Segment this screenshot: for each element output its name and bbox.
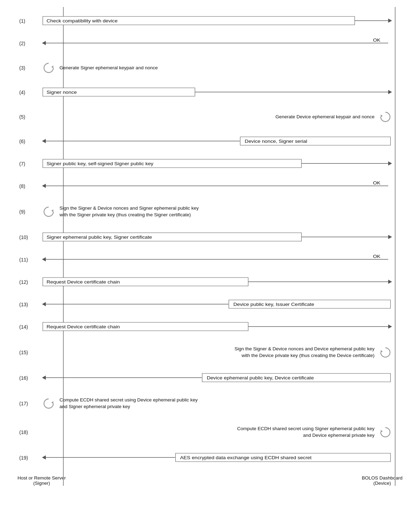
svg-text:Signer nonce: Signer nonce bbox=[47, 89, 77, 94]
arrow-svg-13: Device public key, Issuer Certificate bbox=[42, 298, 392, 310]
svg-marker-12 bbox=[381, 114, 383, 117]
svg-text:Signer public key, self-signed: Signer public key, self-signed Signer pu… bbox=[47, 161, 154, 166]
svg-text:Signer ephemeral public key, S: Signer ephemeral public key, Signer cert… bbox=[47, 234, 152, 239]
row-content-5: Generate Device ephemeral keypair and no… bbox=[38, 107, 402, 126]
rotate-icon-5 bbox=[379, 110, 392, 124]
row-num-7: (7) bbox=[18, 161, 38, 167]
footer-left-line1: Host or Remote Server bbox=[18, 475, 66, 481]
row-num-9: (9) bbox=[18, 209, 38, 215]
self-action-17: Compute ECDH shared secret using Device … bbox=[42, 396, 392, 412]
svg-marker-7 bbox=[51, 65, 54, 68]
svg-text:Device ephemeral public key, D: Device ephemeral public key, Device cert… bbox=[207, 375, 314, 380]
row-content-15: Sign the Signer & Device nonces and Devi… bbox=[38, 343, 402, 362]
svg-text:OK: OK bbox=[373, 253, 381, 259]
svg-marker-37 bbox=[42, 302, 46, 306]
row-content-14: Request Device certificate chain bbox=[38, 319, 402, 335]
self-action-15: Sign the Signer & Device nonces and Devi… bbox=[42, 344, 392, 360]
row-content-10: Signer ephemeral public key, Signer cert… bbox=[38, 229, 402, 246]
row-content-1: Check compatibility with device bbox=[38, 13, 402, 29]
svg-text:Request Device certificate cha: Request Device certificate chain bbox=[47, 324, 120, 329]
svg-text:Check compatibility with devic: Check compatibility with device bbox=[47, 18, 118, 23]
arrow-svg-12: Request Device certificate chain bbox=[42, 275, 392, 288]
row-4: (4) Signer nonce bbox=[18, 82, 402, 103]
row-content-16: Device ephemeral public key, Device cert… bbox=[38, 370, 402, 386]
row-content-18: Compute ECDH shared secret using Signer … bbox=[38, 423, 402, 442]
row-3: (3) Generate Signer ephemeral keypair an… bbox=[18, 55, 402, 80]
rotate-icon-18 bbox=[379, 426, 392, 439]
svg-text:OK: OK bbox=[373, 180, 381, 185]
row-9: (9) Sign the Signer & Device nonces and … bbox=[18, 198, 402, 225]
row-num-13: (13) bbox=[18, 302, 38, 307]
self-action-9: Sign the Signer & Device nonces and Sign… bbox=[42, 204, 392, 220]
footer-left: Host or Remote Server (Signer) bbox=[18, 475, 66, 486]
row-content-19: AES encrypted data exchange using ECDH s… bbox=[38, 450, 402, 466]
svg-marker-24 bbox=[51, 209, 54, 212]
row-content-4: Signer nonce bbox=[38, 84, 402, 101]
svg-marker-30 bbox=[42, 257, 46, 261]
row-num-6: (6) bbox=[18, 139, 38, 144]
row-num-1: (1) bbox=[18, 18, 38, 24]
row-num-14: (14) bbox=[18, 324, 38, 330]
row-1: (1) Check compatibility with device bbox=[18, 10, 402, 31]
row-content-2: OK bbox=[38, 35, 402, 52]
rotate-icon-17 bbox=[42, 397, 55, 410]
rotate-icon-9 bbox=[42, 205, 55, 218]
svg-text:Device public key, Issuer Cert: Device public key, Issuer Certificate bbox=[233, 301, 314, 307]
svg-marker-49 bbox=[51, 401, 54, 404]
arrow-svg-8: OK bbox=[42, 180, 392, 192]
row-15: (15) Sign the Signer & Device nonces and… bbox=[18, 339, 402, 366]
svg-text:AES encrypted data exchange us: AES encrypted data exchange using ECDH s… bbox=[180, 455, 312, 460]
svg-marker-44 bbox=[381, 350, 383, 353]
footer-right: BOLOS Dashboard (Device) bbox=[362, 475, 402, 486]
row-content-9: Sign the Signer & Device nonces and Sign… bbox=[38, 202, 402, 221]
row-content-7: Signer public key, self-signed Signer pu… bbox=[38, 156, 402, 172]
row-num-11: (11) bbox=[18, 257, 38, 262]
row-12: (12) Request Device certificate chain bbox=[18, 272, 402, 293]
row-5: (5) Generate Device ephemeral keypair an… bbox=[18, 104, 402, 130]
row-content-6: Device nonce, Signer serial bbox=[38, 133, 402, 150]
svg-marker-14 bbox=[42, 139, 46, 143]
arrow-svg-4: Signer nonce bbox=[42, 86, 392, 98]
svg-marker-3 bbox=[388, 19, 392, 23]
row-14: (14) Request Device certificate chain bbox=[18, 316, 402, 337]
row-2: (2) OK bbox=[18, 33, 402, 54]
row-17: (17) Compute ECDH shared secret using De… bbox=[18, 390, 402, 417]
row-content-12: Request Device certificate chain bbox=[38, 274, 402, 290]
rotate-icon-15 bbox=[379, 346, 392, 359]
row-num-17: (17) bbox=[18, 401, 38, 406]
diagram-container: (1) Check compatibility with device (2) … bbox=[18, 7, 402, 514]
footer-right-line2: (Device) bbox=[362, 481, 402, 486]
row-content-11: OK bbox=[38, 252, 402, 268]
row-13: (13) Device public key, Issuer Certifica… bbox=[18, 294, 402, 315]
row-num-4: (4) bbox=[18, 90, 38, 95]
row-content-13: Device public key, Issuer Certificate bbox=[38, 296, 402, 313]
row-num-15: (15) bbox=[18, 350, 38, 355]
row-content-8: OK bbox=[38, 178, 402, 195]
self-action-text-18: Compute ECDH shared secret using Signer … bbox=[237, 426, 374, 439]
footer-right-line1: BOLOS Dashboard bbox=[362, 475, 402, 481]
footer: Host or Remote Server (Signer) BOLOS Das… bbox=[18, 472, 402, 486]
row-num-5: (5) bbox=[18, 114, 38, 120]
svg-text:Request Device certificate cha: Request Device certificate chain bbox=[47, 279, 120, 284]
arrow-svg-11: OK bbox=[42, 253, 392, 266]
svg-marker-46 bbox=[42, 376, 46, 380]
svg-marker-43 bbox=[388, 324, 392, 329]
svg-marker-20 bbox=[388, 161, 392, 166]
row-18: (18) Compute ECDH shared secret using Si… bbox=[18, 419, 402, 446]
svg-marker-50 bbox=[381, 430, 383, 433]
svg-text:Device nonce, Signer serial: Device nonce, Signer serial bbox=[245, 138, 307, 144]
row-num-10: (10) bbox=[18, 234, 38, 240]
row-19: (19) AES encrypted data exchange using E… bbox=[18, 447, 402, 468]
row-6: (6) Device nonce, Signer serial bbox=[18, 131, 402, 152]
row-11: (11) OK bbox=[18, 249, 402, 270]
svg-marker-22 bbox=[42, 184, 46, 188]
row-num-2: (2) bbox=[18, 41, 38, 46]
svg-marker-11 bbox=[388, 90, 392, 94]
arrow-svg-10: Signer ephemeral public key, Signer cert… bbox=[42, 231, 392, 243]
arrow-svg-16: Device ephemeral public key, Device cert… bbox=[42, 371, 392, 384]
arrow-svg-19: AES encrypted data exchange using ECDH s… bbox=[42, 451, 392, 464]
self-action-5: Generate Device ephemeral keypair and no… bbox=[42, 109, 392, 125]
self-action-text-15: Sign the Signer & Device nonces and Devi… bbox=[234, 346, 374, 359]
svg-marker-28 bbox=[388, 235, 392, 239]
svg-marker-5 bbox=[42, 41, 46, 45]
